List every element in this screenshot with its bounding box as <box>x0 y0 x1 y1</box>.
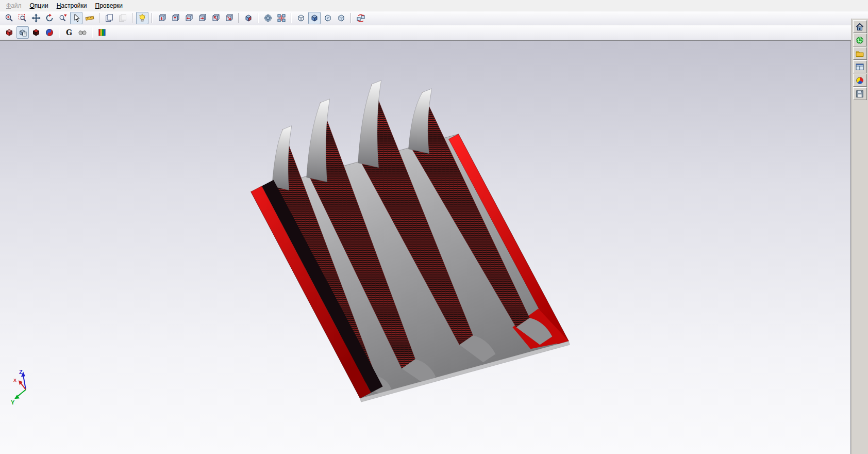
globe-icon <box>855 36 864 45</box>
select-cursor-icon <box>72 13 81 23</box>
select-cursor-button[interactable] <box>70 12 82 24</box>
view-right-icon <box>197 13 207 23</box>
folder-dock-button[interactable] <box>853 47 867 60</box>
color-scale-button[interactable] <box>96 26 108 39</box>
toolbar-secondary: G <box>0 25 868 40</box>
view-back-icon <box>171 13 180 23</box>
toolbar-separator <box>258 13 259 23</box>
reverse-view-icon <box>356 13 365 23</box>
display-shaded-icon <box>310 13 319 23</box>
mesh-cube-dark-button[interactable] <box>30 26 42 39</box>
zoom-in-icon <box>5 13 14 23</box>
view-bottom-icon <box>224 13 233 23</box>
display-hidden-line-icon <box>323 13 332 23</box>
view-top-icon <box>211 13 220 23</box>
mesh-cube-red-icon <box>5 28 14 37</box>
zoom-window-button[interactable] <box>16 12 29 24</box>
view-back-button[interactable] <box>169 12 181 24</box>
zoom-window-icon <box>18 13 27 23</box>
display-wireframe-button[interactable] <box>295 12 307 24</box>
toolbar-separator <box>99 13 100 23</box>
window-layout-icon <box>855 62 864 72</box>
color-scale-icon <box>97 28 107 37</box>
view-right-button[interactable] <box>196 12 208 24</box>
globe-dock-button[interactable] <box>853 34 867 46</box>
isometric-cube-button[interactable] <box>242 12 255 24</box>
z-axis-label: Z <box>19 369 23 375</box>
reverse-view-button[interactable] <box>355 12 367 24</box>
display-transparent-button[interactable] <box>335 12 347 24</box>
letter-g-icon: G <box>64 28 74 37</box>
mesh-cube-dark-icon <box>31 28 41 37</box>
window-layout-dock-button[interactable] <box>853 60 867 73</box>
zoom-in-button[interactable] <box>3 12 15 24</box>
x-axis-label: X <box>13 378 16 383</box>
save-dock-button[interactable] <box>853 87 867 100</box>
binoculars-button[interactable] <box>76 26 89 39</box>
menu-проверки[interactable]: Проверки <box>91 1 127 11</box>
toolbar-separator <box>291 13 292 23</box>
rotate-view-button[interactable] <box>43 12 56 24</box>
measure-ruler-button[interactable] <box>84 12 96 24</box>
y-axis-label: Y <box>11 399 15 406</box>
mesh-copy-icon <box>18 28 27 37</box>
view-bottom-button[interactable] <box>223 12 235 24</box>
measure-ruler-icon <box>85 13 94 23</box>
menu-файл: Файл <box>2 1 26 11</box>
toolbar-separator <box>59 27 60 38</box>
menu-настройки[interactable]: Настройки <box>53 1 91 11</box>
home-dock-button[interactable] <box>853 20 867 33</box>
view-front-button[interactable] <box>156 12 168 24</box>
mesh-swirl-button[interactable] <box>43 26 56 39</box>
display-transparent-icon <box>337 13 346 23</box>
sphere-view-button[interactable] <box>262 12 274 24</box>
display-hidden-line-button[interactable] <box>322 12 334 24</box>
view-copy-disabled-button[interactable] <box>116 12 129 24</box>
folder-icon <box>855 49 864 58</box>
mesh-swirl-icon <box>45 28 54 37</box>
menu-bar: ФайлОпцииНастройкиПроверки <box>0 0 868 11</box>
toolbar-separator <box>92 27 93 38</box>
light-bulb-button[interactable] <box>136 12 148 24</box>
menu-опции[interactable]: Опции <box>26 1 53 11</box>
toolbar-separator <box>152 13 153 23</box>
view-copy-icon <box>105 13 114 23</box>
mesh-copy-button[interactable] <box>16 26 29 39</box>
view-copy-button[interactable] <box>103 12 115 24</box>
viewport-3d[interactable]: Z X Y <box>0 40 851 454</box>
zoom-dynamic-button[interactable] <box>57 12 69 24</box>
toolbar-separator <box>132 13 133 23</box>
rotate-view-icon <box>45 13 54 23</box>
save-icon <box>855 89 864 99</box>
sphere-view-icon <box>263 13 273 23</box>
home-icon <box>855 22 864 31</box>
pan-view-icon <box>31 13 41 23</box>
view-top-button[interactable] <box>209 12 222 24</box>
isometric-cube-icon <box>244 13 253 23</box>
svg-text:G: G <box>66 28 72 37</box>
view-copy-disabled-icon <box>118 13 127 23</box>
grid-snap-icon <box>277 13 286 23</box>
grid-snap-button[interactable] <box>275 12 288 24</box>
mesh-cube-red-button[interactable] <box>3 26 15 39</box>
toolbar-separator <box>350 13 352 23</box>
pie-sphere-dock-button[interactable] <box>853 74 867 87</box>
light-bulb-icon <box>138 13 147 23</box>
right-dock <box>851 19 868 454</box>
binoculars-icon <box>78 28 87 37</box>
letter-g-button[interactable]: G <box>63 26 75 39</box>
display-shaded-button[interactable] <box>308 12 321 24</box>
view-left-icon <box>184 13 193 23</box>
toolbar-separator <box>238 13 239 23</box>
zoom-dynamic-icon <box>58 13 68 23</box>
view-left-button[interactable] <box>182 12 195 24</box>
view-front-icon <box>157 13 166 23</box>
display-wireframe-icon <box>296 13 306 23</box>
pie-sphere-icon <box>855 76 864 85</box>
viewport-canvas[interactable]: Z X Y <box>0 41 850 454</box>
toolbar-main <box>0 11 868 25</box>
pan-view-button[interactable] <box>30 12 42 24</box>
